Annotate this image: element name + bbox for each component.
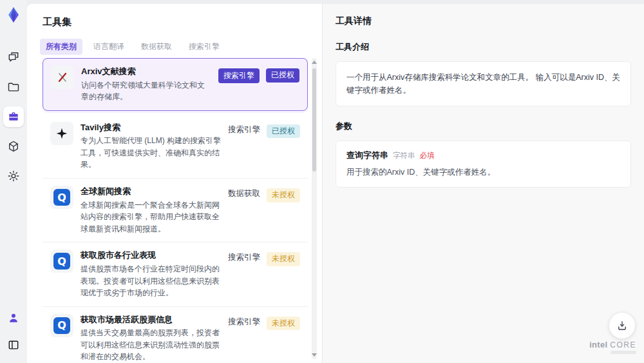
param-type: 字符串 <box>393 151 415 161</box>
app-logo[interactable] <box>5 6 23 24</box>
list-scrollbar[interactable] <box>312 58 317 359</box>
scrollbar-thumb[interactable] <box>312 68 316 172</box>
tool-name: 全球新闻搜索 <box>80 186 221 197</box>
tool-description: 专为人工智能代理 (LLM) 构建的搜索引擎工具，可快速提供实时、准确和真实的结… <box>80 135 221 171</box>
tavily-star-icon <box>50 122 73 145</box>
tool-list-panel: 工具集 所有类别 语言翻译 数据获取 搜索引擎 Arxiv文献搜索 访问各个研究… <box>27 4 322 363</box>
brand-sub-mark <box>611 351 636 354</box>
intro-heading: 工具介绍 <box>336 41 631 53</box>
q-news-icon: Q <box>50 250 73 273</box>
tool-description: 提供股票市场各个行业在特定时间段内的表现。投资者可以利用这些信息来识别表现优于或… <box>80 263 221 299</box>
panel-toggle-icon[interactable] <box>3 335 24 355</box>
scroll-up-arrow[interactable] <box>312 61 317 64</box>
scroll-down-arrow[interactable] <box>312 353 317 357</box>
param-name: 查询字符串 <box>346 150 388 161</box>
q-news-icon: Q <box>50 314 73 337</box>
tool-card-sector-performance[interactable]: Q 获取股市各行业表现 提供股票市场各个行业在特定时间段内的表现。投资者可以利用… <box>43 242 308 306</box>
tool-description: 访问各个研究领域大量科学论文和文章的存储库。 <box>81 79 211 103</box>
brand-core: CORE <box>610 340 636 349</box>
category-badge: 搜索引擎 <box>218 68 260 83</box>
tab-language-translation[interactable]: 语言翻译 <box>88 39 130 55</box>
download-button[interactable] <box>609 313 635 338</box>
tool-name: Tavily搜索 <box>80 122 221 133</box>
q-news-icon: Q <box>50 186 73 209</box>
intel-core-logo: intel CORE <box>589 340 636 354</box>
tool-detail-panel: 工具详情 工具介绍 一个用于从Arxiv存储库搜索科学论文和文章的工具。 输入可… <box>322 4 644 363</box>
user-profile-icon[interactable] <box>3 308 24 328</box>
category-tabs: 所有类别 语言翻译 数据获取 搜索引擎 <box>40 39 322 55</box>
chat-icon[interactable] <box>3 47 24 68</box>
settings-gear-icon[interactable] <box>3 166 24 186</box>
status-badge: 未授权 <box>267 252 300 266</box>
page-title: 工具集 <box>27 4 322 28</box>
category-label: 搜索引擎 <box>228 252 260 263</box>
tool-name: 获取股市各行业表现 <box>80 250 221 261</box>
tool-description: 全球新闻搜索是一个聚合全球各大新闻网站内容的搜索引擎，帮助用户快速获取全球最新资… <box>80 199 221 235</box>
package-icon[interactable] <box>3 136 24 157</box>
tool-list: Arxiv文献搜索 访问各个研究领域大量科学论文和文章的存储库。 搜索引擎 已授… <box>43 58 308 360</box>
tab-search-engine[interactable]: 搜索引擎 <box>183 39 225 55</box>
brand-intel: intel <box>589 340 607 349</box>
intro-box: 一个用于从Arxiv存储库搜索科学论文和文章的工具。 输入可以是Arxiv ID… <box>336 61 631 106</box>
parameter-card: 查询字符串 字符串 必填 用于搜索的Arxiv ID、关键字或作者姓名。 <box>336 141 631 188</box>
left-rail <box>0 0 27 363</box>
category-label: 数据获取 <box>228 188 260 199</box>
status-badge: 未授权 <box>267 317 300 331</box>
tools-icon[interactable] <box>3 106 24 127</box>
status-badge: 未授权 <box>267 188 300 202</box>
tool-card-arxiv[interactable]: Arxiv文献搜索 访问各个研究领域大量科学论文和文章的存储库。 搜索引擎 已授… <box>43 58 308 111</box>
status-badge: 已授权 <box>266 68 299 83</box>
detail-title: 工具详情 <box>336 15 631 27</box>
param-description: 用于搜索的Arxiv ID、关键字或作者姓名。 <box>346 166 620 179</box>
param-required-flag: 必填 <box>420 151 435 161</box>
rail-bottom <box>3 308 24 355</box>
arxiv-icon <box>51 66 74 89</box>
category-label: 搜索引擎 <box>228 317 260 328</box>
tool-card-tavily[interactable]: Tavily搜索 专为人工智能代理 (LLM) 构建的搜索引擎工具，可快速提供实… <box>43 115 308 179</box>
folder-icon[interactable] <box>3 77 24 97</box>
tab-data-fetch[interactable]: 数据获取 <box>135 39 178 55</box>
tool-name: 获取市场最活跃股票信息 <box>80 314 221 326</box>
download-icon <box>616 320 628 331</box>
tool-name: Arxiv文献搜索 <box>81 66 211 77</box>
category-label: 搜索引擎 <box>228 124 260 135</box>
tool-card-global-news[interactable]: Q 全球新闻搜索 全球新闻搜索是一个聚合全球各大新闻网站内容的搜索引擎，帮助用户… <box>43 179 308 242</box>
tool-card-most-active-stocks[interactable]: Q 获取市场最活跃股票信息 提供当天交易量最高的股票列表，投资者可以利用这些信息… <box>43 307 308 360</box>
rail-nav <box>3 47 24 186</box>
tool-description: 提供当天交易量最高的股票列表，投资者可以利用这些信息来识别流动性强的股票和潜在的… <box>80 327 221 360</box>
status-badge: 已授权 <box>267 124 300 139</box>
params-heading: 参数 <box>336 121 631 132</box>
tab-all-categories[interactable]: 所有类别 <box>40 39 82 55</box>
